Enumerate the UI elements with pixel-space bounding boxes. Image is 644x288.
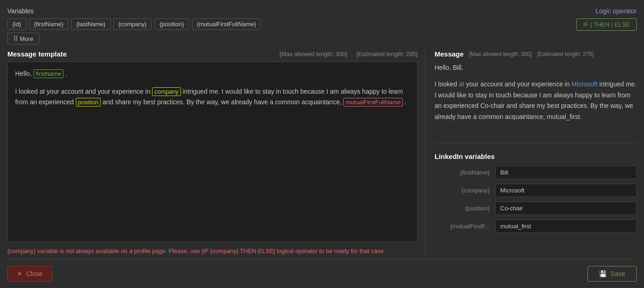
save-label: Save (610, 270, 625, 277)
footer: ✕ Close 💾 Save (7, 259, 637, 288)
chip-id[interactable]: {id} (7, 18, 26, 30)
linkedin-var-row-mutual: {mutualFirstF... mutual_first (435, 220, 637, 233)
template-editor[interactable]: Hello, firstName . I looked at your acco… (7, 62, 418, 242)
template-estimated-length: [Estimated length: 285] (356, 51, 418, 57)
chip-lastName[interactable]: {lastName} (71, 18, 111, 30)
more-label: More (20, 35, 34, 42)
variables-label: Variables (7, 7, 576, 15)
linkedin-var-row-company: {company} Microsoft (435, 184, 637, 197)
message-max-length: [Max allowed length: 300] (469, 51, 531, 57)
message-title: Message (435, 50, 463, 58)
linkedin-var-label-3: {mutualFirstF... (435, 223, 490, 230)
position-var: position (76, 98, 101, 107)
chip-firstName[interactable]: {firstName} (29, 18, 68, 30)
close-label: Close (26, 270, 43, 277)
linkedin-var-value-0: Bill (495, 166, 637, 179)
close-icon: ✕ (17, 270, 23, 277)
chip-position[interactable]: {position} (154, 18, 189, 30)
linkedin-var-row-position: {position} Co-chair (435, 202, 637, 215)
company-var: company (152, 87, 181, 96)
message-estimated-length: [Estimated length: 275] (537, 51, 593, 57)
save-icon: 💾 (599, 270, 607, 277)
linkedin-var-value-2: Co-chair (495, 202, 637, 215)
chip-company[interactable]: {company} (113, 18, 152, 30)
if-then-else-button[interactable]: IF | THEN | ELSE (576, 18, 637, 31)
linkedin-var-label-2: {position} (435, 205, 490, 212)
logic-operator-label: Logic operator (595, 7, 637, 15)
template-title: Message template (7, 50, 67, 58)
firstname-var: firstName (34, 69, 64, 78)
linkedin-var-value-1: Microsoft (495, 184, 637, 197)
chip-mutualFirstFullName[interactable]: {mutualFirstFullName} (192, 18, 261, 30)
dots-icon: ⠿ (13, 35, 18, 42)
mutualfirstfullname-var: mutualFirstFullName (343, 98, 403, 107)
error-message: {company} variable is not always availab… (7, 247, 418, 256)
linkedin-var-value-3: mutual_first (495, 220, 637, 233)
close-button[interactable]: ✕ Close (7, 266, 52, 282)
divider (435, 143, 637, 143)
linkedin-var-label-1: {company} (435, 187, 490, 194)
save-button[interactable]: 💾 Save (588, 266, 637, 282)
linkedin-var-label-0: {firstName} (435, 169, 490, 176)
more-button[interactable]: ⠿ More (7, 33, 40, 45)
template-max-length: [Max allowed length: 300] (280, 51, 347, 57)
linkedin-var-row-firstname: {firstName} Bill (435, 166, 637, 179)
linkedin-variables-title: LinkedIn variables (435, 152, 637, 160)
message-preview: Hello, Bill. I looked at your account an… (435, 62, 637, 123)
